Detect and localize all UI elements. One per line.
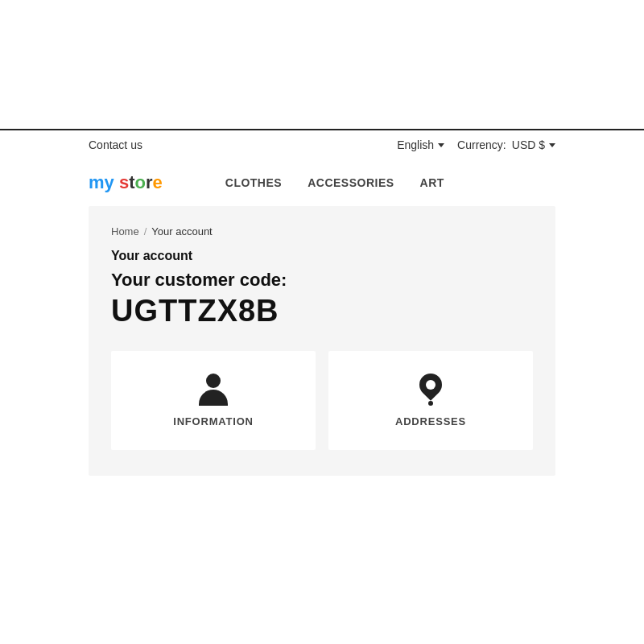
customer-code-label: Your customer code: (111, 270, 533, 291)
main-nav: my store CLOTHES ACCESSORIES ART (0, 159, 644, 206)
information-label: INFORMATION (173, 415, 254, 427)
pin-icon (418, 374, 444, 406)
currency-value: USD $ (512, 138, 545, 151)
language-label: English (397, 138, 434, 151)
breadcrumb-home[interactable]: Home (111, 225, 139, 237)
person-icon (197, 374, 229, 406)
currency-selector[interactable]: Currency: USD $ (457, 138, 555, 151)
lang-chevron-icon (438, 143, 444, 147)
language-selector[interactable]: English (397, 138, 444, 151)
addresses-card[interactable]: ADDRESSES (328, 351, 533, 450)
breadcrumb-separator: / (144, 225, 147, 237)
logo[interactable]: my store (89, 172, 163, 193)
nav-accessories[interactable]: ACCESSORIES (308, 176, 394, 189)
addresses-label: ADDRESSES (395, 415, 466, 427)
top-bar: Contact us English Currency: USD $ (0, 129, 644, 159)
breadcrumb: Home / Your account (111, 225, 533, 237)
content-area: Home / Your account Your account Your cu… (89, 206, 555, 476)
logo-my: my (89, 172, 114, 192)
pin-dot (428, 401, 433, 406)
account-title: Your account (111, 249, 533, 263)
nav-art[interactable]: ART (420, 176, 444, 189)
currency-chevron-icon (549, 143, 555, 147)
contact-us-link[interactable]: Contact us (89, 138, 142, 151)
top-bar-right: English Currency: USD $ (397, 138, 555, 151)
pin-outer (415, 369, 447, 401)
nav-links: CLOTHES ACCESSORIES ART (225, 176, 444, 189)
breadcrumb-current: Your account (151, 225, 212, 237)
nav-clothes[interactable]: CLOTHES (225, 176, 282, 189)
customer-code-value: UGTTZX8B (111, 294, 533, 328)
pin-inner (426, 380, 436, 390)
information-card[interactable]: INFORMATION (111, 351, 316, 450)
currency-label: Currency: (457, 138, 506, 151)
account-cards: INFORMATION ADDRESSES (111, 351, 533, 450)
